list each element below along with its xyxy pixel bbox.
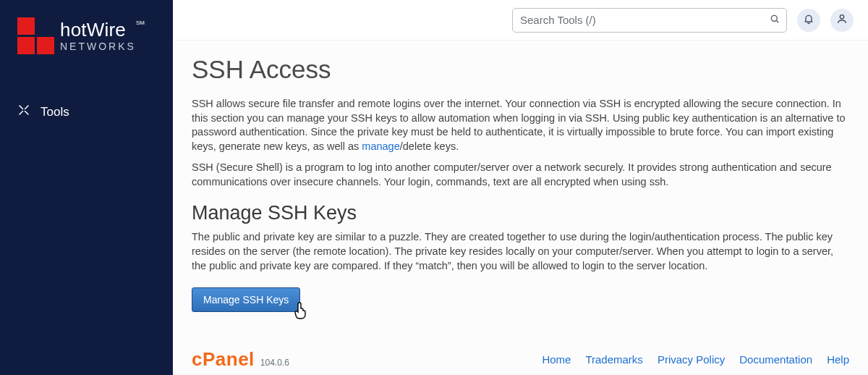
sidebar-item-tools[interactable]: Tools	[0, 93, 173, 130]
footer-brand: cPanel 104.0.6	[192, 348, 289, 371]
content: SSH Access SSH allows secure file transf…	[173, 41, 868, 338]
footer-link-home[interactable]: Home	[542, 353, 571, 366]
footer: cPanel 104.0.6 Home Trademarks Privacy P…	[173, 338, 868, 375]
intro-paragraph-1: SSH allows secure file transfer and remo…	[192, 97, 849, 153]
sidebar: hotWire SM NETWORKS Tools	[0, 0, 173, 375]
brand-logo: hotWire SM NETWORKS	[0, 17, 173, 72]
manage-ssh-keys-button[interactable]: Manage SSH Keys	[192, 287, 300, 312]
page-title: SSH Access	[192, 55, 849, 84]
brand-logo-text: hotWire SM NETWORKS	[60, 20, 136, 52]
account-button[interactable]	[830, 9, 854, 32]
footer-links: Home Trademarks Privacy Policy Documenta…	[542, 353, 849, 366]
manage-keys-heading: Manage SSH Keys	[192, 202, 849, 224]
manage-link[interactable]: manage	[362, 140, 399, 152]
main-area: SSH Access SSH allows secure file transf…	[173, 0, 868, 375]
footer-link-trademarks[interactable]: Trademarks	[585, 353, 642, 366]
sidebar-item-label: Tools	[41, 105, 69, 119]
brand-sm: SM	[136, 20, 145, 26]
footer-link-documentation[interactable]: Documentation	[739, 353, 812, 366]
footer-link-help[interactable]: Help	[827, 353, 849, 366]
search-input[interactable]	[512, 8, 787, 33]
cpanel-version: 104.0.6	[260, 358, 289, 368]
intro-text-a: SSH allows secure file transfer and remo…	[192, 98, 846, 152]
cursor-hand-icon	[292, 301, 310, 324]
intro-text-b: /delete keys.	[400, 140, 459, 152]
brand-logo-icon	[17, 17, 54, 54]
cpanel-logo: cPanel	[192, 348, 255, 371]
button-label: Manage SSH Keys	[203, 294, 289, 306]
search-icon	[769, 13, 780, 27]
brand-name-top: hotWire	[60, 20, 136, 40]
intro-paragraph-2: SSH (Secure Shell) is a program to log i…	[192, 161, 849, 189]
search-button[interactable]	[762, 8, 787, 33]
search-wrap	[512, 8, 787, 33]
topbar	[173, 0, 868, 41]
notifications-button[interactable]	[797, 9, 820, 32]
bell-icon	[803, 13, 814, 28]
manage-keys-paragraph: The public and private key are similar t…	[192, 230, 849, 273]
brand-name-bottom: NETWORKS	[60, 41, 136, 52]
tools-icon	[17, 104, 30, 120]
svg-point-0	[771, 15, 777, 21]
user-icon	[836, 13, 848, 28]
footer-link-privacy[interactable]: Privacy Policy	[658, 353, 725, 366]
svg-point-1	[840, 14, 843, 18]
